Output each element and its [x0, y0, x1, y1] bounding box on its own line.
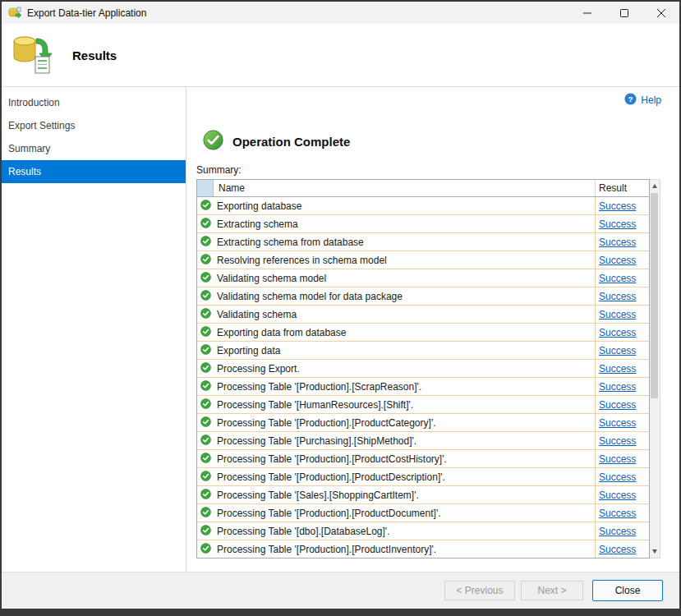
table-row[interactable]: Validating schema model for data package…	[197, 287, 649, 306]
table-row[interactable]: Validating schema model Success	[197, 269, 649, 287]
row-result-link[interactable]: Success	[599, 327, 636, 338]
row-status-cell	[197, 236, 214, 249]
previous-button[interactable]: < Previous	[444, 581, 515, 600]
sidebar-item-label: Export Settings	[8, 120, 75, 131]
table-row[interactable]: Processing Table '[Purchasing].[ShipMeth…	[197, 432, 649, 450]
row-name: Exporting data from database	[214, 327, 595, 338]
table-row[interactable]: Processing Table '[Production].[ProductC…	[197, 450, 649, 468]
caption-buttons	[568, 2, 679, 24]
table-row[interactable]: Exporting database Success	[197, 197, 649, 215]
row-result-link[interactable]: Success	[599, 490, 636, 501]
maximize-icon[interactable]	[605, 2, 642, 24]
success-check-icon	[200, 507, 211, 520]
table-row[interactable]: Processing Export. Success	[197, 360, 649, 378]
row-result-link[interactable]: Success	[599, 200, 636, 212]
next-button[interactable]: Next >	[521, 581, 583, 600]
row-name: Processing Table '[Purchasing].[ShipMeth…	[214, 435, 595, 447]
close-button[interactable]: Close	[592, 580, 663, 601]
table-row[interactable]: Processing Table '[Production].[ProductD…	[197, 468, 649, 486]
scroll-up-icon[interactable]	[650, 180, 660, 192]
row-result-cell: Success	[595, 396, 649, 413]
success-check-icon	[200, 344, 211, 357]
row-result-link[interactable]: Success	[599, 218, 636, 230]
success-check-icon	[200, 272, 211, 285]
table-row[interactable]: Validating schema Success	[197, 306, 649, 324]
row-result-cell: Success	[595, 306, 649, 323]
success-check-icon	[200, 471, 211, 484]
row-status-cell	[197, 380, 214, 393]
row-result-link[interactable]: Success	[599, 435, 636, 447]
row-result-link[interactable]: Success	[599, 255, 636, 266]
row-result-cell: Success	[595, 540, 649, 558]
success-check-icon	[200, 543, 211, 556]
window-title: Export Data-tier Application	[27, 7, 146, 19]
sidebar-item-introduction[interactable]: Introduction	[2, 91, 186, 114]
row-name: Processing Export.	[214, 363, 595, 375]
scrollbar-thumb[interactable]	[651, 193, 658, 398]
row-result-link[interactable]: Success	[599, 544, 636, 555]
row-result-link[interactable]: Success	[599, 526, 636, 537]
table-row[interactable]: Processing Table '[HumanResources].[Shif…	[197, 396, 649, 414]
table-row[interactable]: Exporting data from database Success	[197, 324, 649, 342]
row-status-cell	[197, 453, 214, 466]
row-result-link[interactable]: Success	[599, 363, 636, 375]
row-result-link[interactable]: Success	[599, 237, 636, 248]
table-scrollbar[interactable]	[650, 179, 660, 559]
table-row[interactable]: Processing Table '[Production].[ProductI…	[197, 540, 649, 558]
result-column-header: Result	[595, 180, 649, 196]
success-check-icon	[200, 380, 211, 393]
row-result-link[interactable]: Success	[599, 453, 636, 465]
table-row[interactable]: Extracting schema Success	[197, 215, 649, 233]
row-status-cell	[197, 344, 214, 357]
row-result-link[interactable]: Success	[599, 291, 636, 302]
close-icon[interactable]	[642, 2, 679, 24]
row-result-link[interactable]: Success	[599, 345, 636, 356]
table-row[interactable]: Extracting schema from database Success	[197, 233, 649, 251]
row-result-link[interactable]: Success	[599, 273, 636, 284]
export-data-tier-wizard-window: Export Data-tier Application	[0, 0, 681, 616]
row-result-link[interactable]: Success	[599, 309, 636, 320]
table-row[interactable]: Processing Table '[dbo].[DatabaseLog]'. …	[197, 522, 649, 540]
row-result-link[interactable]: Success	[599, 471, 636, 483]
success-check-icon	[200, 362, 211, 375]
row-name: Exporting data	[214, 345, 595, 356]
row-result-cell: Success	[595, 287, 649, 305]
scroll-down-icon[interactable]	[650, 545, 660, 558]
success-check-icon	[200, 254, 211, 267]
row-status-cell	[197, 543, 214, 556]
row-result-cell: Success	[595, 215, 649, 232]
row-status-cell	[197, 398, 214, 411]
row-result-cell: Success	[595, 269, 649, 287]
titlebar: Export Data-tier Application	[2, 2, 679, 24]
row-status-cell	[197, 272, 214, 285]
table-row[interactable]: Resolving references in schema model Suc…	[197, 251, 649, 269]
table-row[interactable]: Processing Table '[Production].[ProductC…	[197, 414, 649, 432]
sidebar-item-summary[interactable]: Summary	[2, 137, 186, 160]
row-result-cell: Success	[595, 522, 649, 540]
help-label: Help	[641, 94, 661, 106]
row-result-link[interactable]: Success	[599, 508, 636, 519]
results-table-body: Exporting database Success Extracting sc…	[197, 197, 649, 558]
help-link[interactable]: ? Help	[624, 93, 661, 108]
sidebar-item-label: Summary	[8, 143, 50, 154]
table-row[interactable]: Exporting data Success	[197, 342, 649, 360]
table-row[interactable]: Processing Table '[Production].[ScrapRea…	[197, 378, 649, 396]
row-result-cell: Success	[595, 486, 649, 503]
sidebar-item-export-settings[interactable]: Export Settings	[2, 114, 186, 137]
row-name: Processing Table '[dbo].[DatabaseLog]'.	[214, 526, 595, 537]
success-check-icon	[200, 218, 211, 231]
row-status-cell	[197, 254, 214, 267]
row-status-cell	[197, 416, 214, 430]
minimize-icon[interactable]	[568, 2, 605, 24]
row-result-cell: Success	[595, 504, 649, 522]
row-result-cell: Success	[595, 450, 649, 467]
sidebar-item-results[interactable]: Results	[2, 160, 186, 183]
row-result-link[interactable]: Success	[599, 417, 636, 429]
row-status-cell	[197, 218, 214, 231]
row-result-link[interactable]: Success	[599, 399, 636, 411]
table-row[interactable]: Processing Table '[Production].[ProductD…	[197, 504, 649, 522]
table-row[interactable]: Processing Table '[Sales].[ShoppingCartI…	[197, 486, 649, 504]
sidebar-item-label: Results	[8, 166, 41, 177]
row-result-link[interactable]: Success	[599, 381, 636, 393]
row-status-cell	[197, 200, 214, 213]
